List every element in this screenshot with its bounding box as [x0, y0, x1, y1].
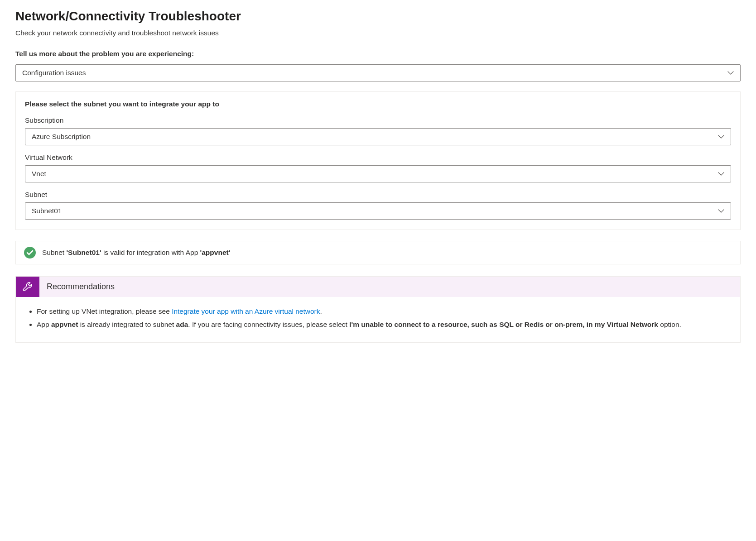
- subnet-select[interactable]: Subnet01: [25, 202, 731, 220]
- recommendations-body: For setting up VNet integration, please …: [16, 297, 740, 342]
- recommendations-header: Recommendations: [16, 277, 740, 297]
- recommendations-title: Recommendations: [39, 277, 122, 297]
- subscription-select[interactable]: Azure Subscription: [25, 128, 731, 145]
- problem-prompt-label: Tell us more about the problem you are e…: [15, 50, 741, 58]
- subnet-label: Subnet: [25, 191, 731, 199]
- vnet-label: Virtual Network: [25, 153, 731, 162]
- vnet-integration-doc-link[interactable]: Integrate your app with an Azure virtual…: [172, 307, 320, 315]
- subnet-selection-panel: Please select the subnet you want to int…: [15, 91, 741, 230]
- page-title: Network/Connectivity Troubleshooter: [15, 9, 741, 24]
- problem-select[interactable]: Configuration issues: [15, 64, 741, 81]
- vnet-select[interactable]: Vnet: [25, 165, 731, 182]
- recommendation-item: For setting up VNet integration, please …: [37, 306, 729, 317]
- wrench-icon: [16, 277, 39, 297]
- svg-point-0: [24, 247, 36, 259]
- validation-status-text: Subnet 'Subnet01' is valid for integrati…: [42, 249, 230, 257]
- problem-select-value: Configuration issues: [22, 69, 86, 77]
- subnet-panel-title: Please select the subnet you want to int…: [25, 100, 731, 108]
- check-circle-icon: [24, 247, 36, 259]
- subscription-select-value: Azure Subscription: [32, 133, 91, 140]
- subscription-label: Subscription: [25, 116, 731, 124]
- recommendations-section: Recommendations For setting up VNet inte…: [15, 276, 741, 343]
- page-subtitle: Check your network connectivity and trou…: [15, 29, 741, 37]
- recommendation-item: App appvnet is already integrated to sub…: [37, 319, 729, 330]
- validation-status-row: Subnet 'Subnet01' is valid for integrati…: [15, 241, 741, 264]
- subnet-select-value: Subnet01: [32, 207, 62, 215]
- vnet-select-value: Vnet: [32, 170, 46, 177]
